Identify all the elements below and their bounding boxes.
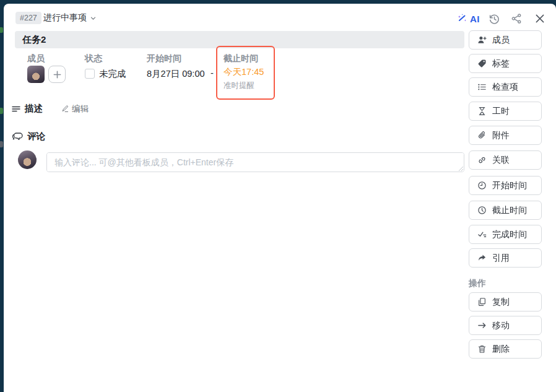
start-time-value[interactable]: 8月27日 09:00 (147, 68, 205, 80)
description-icon (11, 104, 21, 114)
arrow-right-icon (477, 321, 487, 330)
board-card-peek (0, 141, 3, 147)
link-icon (477, 155, 487, 165)
tag-icon (477, 59, 487, 68)
due-time-reminder: 准时提醒 (224, 81, 254, 91)
add-member-button[interactable] (48, 66, 66, 83)
status-label: 状态 (85, 53, 102, 64)
sidebar-button-start-time[interactable]: 开始时间 (469, 176, 542, 195)
chevron-down-icon (90, 15, 97, 22)
sidebar-button-label: 附件 (492, 130, 510, 141)
ai-sparkle-icon (456, 12, 469, 25)
history-icon[interactable] (488, 12, 500, 25)
action-button-delete[interactable]: 删除 (469, 339, 542, 359)
close-icon[interactable] (534, 12, 546, 25)
description-title: 描述 (25, 103, 43, 115)
sidebar-button-label: 工时 (492, 106, 510, 117)
comments-icon (11, 131, 24, 142)
member-add-icon (477, 35, 487, 45)
task-id-badge: #227 (15, 12, 41, 24)
sidebar-button-attachments[interactable]: 附件 (469, 126, 542, 145)
edit-label: 编辑 (72, 103, 89, 115)
sidebar-button-label: 删除 (492, 344, 510, 355)
sidebar-button-link[interactable]: 关联 (469, 150, 542, 170)
copy-icon (477, 297, 487, 307)
checklist-icon (477, 82, 487, 92)
sidebar-button-label: 成员 (492, 35, 510, 46)
status-dropdown[interactable]: 进行中事项 (43, 11, 97, 25)
sidebar-button-label: 开始时间 (492, 180, 527, 191)
pencil-icon (61, 105, 69, 113)
clock-icon (477, 181, 487, 190)
paperclip-icon (477, 131, 487, 140)
sidebar-button-quote[interactable]: 引用 (469, 248, 542, 268)
comment-input[interactable] (46, 152, 464, 172)
action-button-move[interactable]: 移动 (469, 316, 542, 335)
task-title-text: 任务2 (22, 34, 46, 46)
start-time-label: 开始时间 (147, 53, 181, 64)
sidebar-button-checklist[interactable]: 检查项 (469, 77, 542, 97)
comments-title: 评论 (27, 131, 45, 142)
ai-label: AI (470, 14, 480, 24)
due-time-label: 截止时间 (224, 53, 258, 64)
trash-icon (477, 344, 487, 354)
edit-description-button[interactable]: 编辑 (61, 103, 89, 115)
board-card-peek (0, 108, 3, 114)
description-section: 描述 编辑 (11, 103, 89, 115)
status-value: 未完成 (99, 68, 126, 80)
sidebar-button-label: 关联 (492, 155, 510, 166)
members-label: 成员 (27, 53, 45, 64)
board-card-peek (0, 27, 3, 33)
time-range-separator: - (211, 68, 214, 78)
forward-arrow-icon (477, 253, 487, 263)
share-icon[interactable] (510, 12, 523, 25)
comments-section: 评论 (11, 131, 45, 142)
sidebar-button-label: 移动 (492, 320, 510, 331)
check-done-icon (477, 230, 487, 239)
sidebar-button-label: 引用 (492, 253, 510, 264)
action-button-copy[interactable]: 复制 (469, 292, 542, 311)
sidebar-button-due-time[interactable]: 截止时间 (469, 201, 542, 220)
member-avatar[interactable] (27, 66, 45, 83)
hourglass-icon (477, 107, 487, 116)
sidebar-button-finish-time[interactable]: 完成时间 (469, 225, 542, 244)
sidebar-button-label: 复制 (492, 297, 510, 308)
due-time-value[interactable]: 今天17:45 (224, 66, 264, 78)
sidebar-button-label: 截止时间 (492, 205, 527, 216)
status-checkbox[interactable] (85, 69, 95, 79)
sidebar-button-label: 检查项 (492, 82, 518, 93)
current-user-avatar (18, 150, 37, 169)
actions-section-label: 操作 (469, 278, 486, 289)
clock-icon (477, 206, 487, 215)
sidebar-button-tags[interactable]: 标签 (469, 54, 542, 73)
task-detail-modal: #227 进行中事项 AI (4, 4, 556, 392)
sidebar-button-label: 完成时间 (492, 229, 527, 240)
status-dropdown-label: 进行中事项 (43, 12, 87, 24)
sidebar-button-work-hours[interactable]: 工时 (469, 102, 542, 121)
sidebar-button-label: 标签 (492, 58, 510, 69)
ai-assistant-button[interactable]: AI (456, 12, 480, 25)
sidebar-button-members[interactable]: 成员 (469, 30, 542, 50)
